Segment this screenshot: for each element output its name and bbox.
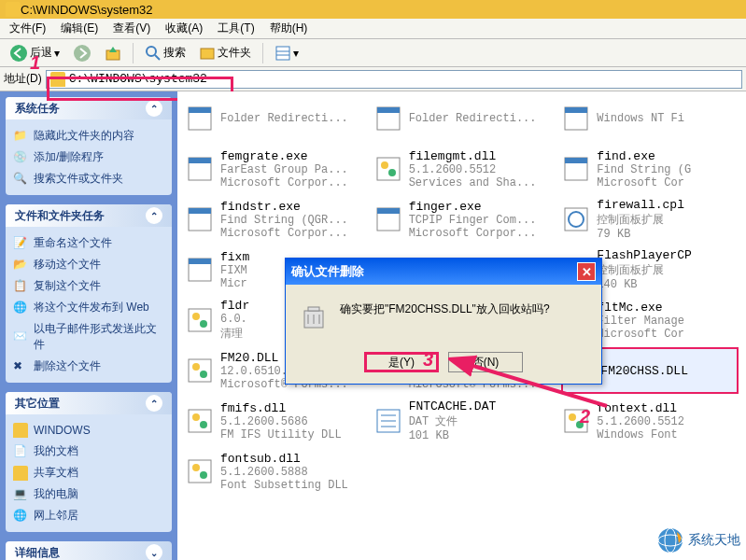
up-button[interactable] [101,43,125,63]
svg-rect-17 [377,158,400,180]
svg-point-57 [192,464,200,471]
file-desc-1: Folder Redirecti... [220,112,348,125]
file-desc-2: 79 KB [597,228,684,241]
svg-rect-6 [276,47,289,60]
menu-edit[interactable]: 编辑(E) [55,19,104,38]
up-icon [105,45,121,62]
file-name: fmifs.dll [220,401,342,415]
file-desc-2: Services and Sha... [409,176,537,189]
dialog-titlebar[interactable]: 确认文件删除 ✕ [286,259,601,285]
svg-rect-14 [565,107,587,113]
file-desc-1: FIXM [220,264,249,277]
task-search[interactable]: 🔍搜索文件或文件夹 [13,168,164,189]
file-item[interactable]: find.exeFind String (GMicrosoft Cor [561,146,739,192]
task-copy[interactable]: 📋复制这个文件 [13,275,164,297]
file-item[interactable]: femgrate.exeFarEast Group Pa...Microsoft… [185,146,362,192]
file-name: find.exe [597,149,691,163]
menu-view[interactable]: 查看(V) [107,19,156,38]
confirm-delete-dialog: 确认文件删除 ✕ 确实要把"FM20CHSS.DLL"放入回收站吗? 是(Y) … [285,258,602,385]
views-button[interactable]: ▾ [271,43,303,63]
place-shared[interactable]: 共享文档 [13,462,164,483]
file-desc-2: 清理 [220,326,249,342]
file-item[interactable]: findstr.exeFind String (QGR...Microsoft … [185,196,362,243]
file-item[interactable]: finger.exeTCPIP Finger Com...Microsoft C… [373,196,551,243]
folders-button[interactable]: 文件夹 [195,43,255,63]
svg-point-1 [74,45,91,62]
file-item[interactable]: firewall.cpl控制面板扩展79 KB [561,196,739,243]
file-item[interactable]: filemgmt.dll5.1.2600.5512Services and Sh… [373,146,551,192]
forward-button[interactable] [69,42,95,64]
file-item[interactable]: fontsub.dll5.1.2600.5888Font Subsetting … [185,448,362,495]
file-item[interactable]: FNTCACHE.DATDAT 文件101 KB [373,398,551,444]
no-button[interactable]: 否(N) [448,352,523,372]
file-desc-2: Windows Font [597,428,684,441]
file-desc-1: 6.0. [220,313,249,326]
file-name: fontext.dll [597,401,684,415]
task-publish[interactable]: 🌐将这个文件发布到 Web [13,297,164,318]
file-icon [185,204,215,234]
place-documents[interactable]: 📄我的文档 [13,441,164,462]
file-desc-2: 140 KB [597,278,691,291]
menu-file[interactable]: 文件(F) [4,19,51,38]
panel-details: 详细信息 ⌄ [6,541,172,560]
svg-point-47 [192,413,200,421]
menu-favorites[interactable]: 收藏(A) [160,19,208,38]
place-windows[interactable]: WINDOWS [13,420,164,441]
svg-line-4 [155,55,160,60]
close-icon: ✕ [582,265,592,279]
file-item[interactable]: fmifs.dll5.1.2600.5686FM IFS Utility DLL [185,398,362,444]
network-icon: 🌐 [13,509,28,524]
file-icon [373,104,403,133]
add-remove-icon: 💿 [13,150,28,165]
watermark: 系统天地 [656,526,740,554]
svg-rect-60 [308,307,319,311]
place-computer[interactable]: 💻我的电脑 [13,483,164,505]
panel-header[interactable]: 其它位置 ⌃ [6,392,172,414]
file-desc-1: 5.1.2600.5888 [220,466,348,479]
file-icon [185,104,215,133]
svg-point-0 [10,45,27,62]
task-add-remove[interactable]: 💿添加/删除程序 [13,147,164,168]
window-title: C:\WINDOWS\system32 [21,3,153,17]
folders-icon [199,45,216,62]
address-input[interactable]: C:\WINDOWS\system32 [46,70,742,89]
file-item[interactable]: Windows NT Fi [561,95,739,142]
folder-icon [13,466,28,481]
file-name: fldr [220,299,249,313]
svg-rect-25 [377,208,400,214]
file-name: findstr.exe [220,200,348,214]
task-delete[interactable]: ✖删除这个文件 [13,356,164,377]
task-email[interactable]: ✉️以电子邮件形式发送此文件 [13,318,164,356]
task-move[interactable]: 📂移动这个文件 [13,254,164,275]
file-item[interactable]: Folder Redirecti... [373,95,551,142]
task-rename[interactable]: 📝重命名这个文件 [13,232,164,254]
file-desc-1: DAT 文件 [409,413,497,429]
move-icon: 📂 [13,258,28,273]
hide-icon: 📁 [13,129,28,144]
place-network[interactable]: 🌐网上邻居 [13,505,164,526]
panel-header[interactable]: 系统任务 ⌃ [6,97,172,119]
file-icon [185,255,215,285]
panel-header[interactable]: 文件和文件夹任务 ⌃ [6,204,172,227]
svg-point-3 [147,47,156,56]
menu-tools[interactable]: 工具(T) [212,19,260,38]
svg-rect-23 [189,208,211,214]
task-hide-contents[interactable]: 📁隐藏此文件夹的内容 [13,125,164,147]
search-button[interactable]: 搜索 [141,43,190,63]
file-name: fixm [220,250,249,264]
search-label: 搜索 [163,45,186,61]
menu-help[interactable]: 帮助(H) [264,19,314,38]
panel-file-tasks: 文件和文件夹任务 ⌃ 📝重命名这个文件 📂移动这个文件 📋复制这个文件 🌐将这个… [6,204,172,383]
panel-header[interactable]: 详细信息 ⌄ [6,541,172,560]
panel-title: 其它位置 [15,396,60,412]
folder-icon [6,2,21,17]
panel-title: 详细信息 [15,545,60,561]
separator [133,43,134,63]
annotation-step1: 1 [30,52,40,74]
close-button[interactable]: ✕ [577,262,596,281]
file-item[interactable]: Folder Redirecti... [185,95,362,142]
file-icon [185,356,215,385]
dropdown-icon: ▾ [293,47,299,60]
svg-rect-46 [189,410,211,432]
file-name: FNTCACHE.DAT [409,399,497,413]
